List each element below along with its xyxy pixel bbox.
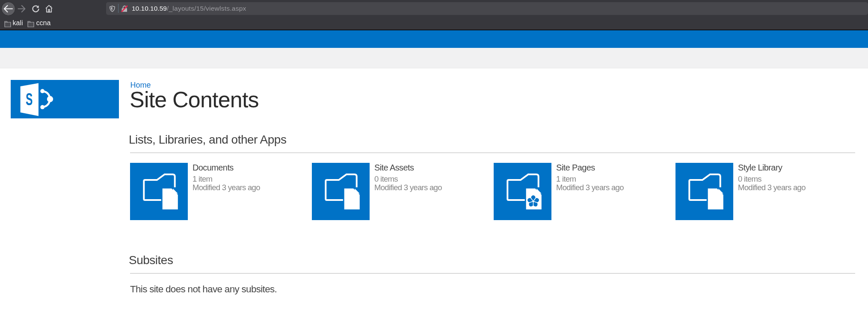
svg-text:S: S [26, 89, 33, 109]
